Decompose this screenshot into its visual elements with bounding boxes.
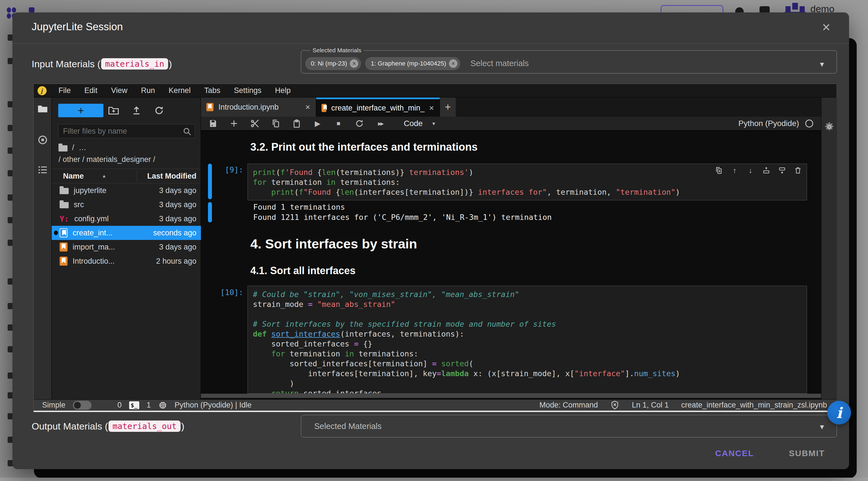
file-row-config-yml[interactable]: Y:config.yml3 days ago: [52, 212, 201, 226]
terminals-count[interactable]: 0: [118, 401, 122, 410]
stop-kernel-icon[interactable]: ■: [334, 119, 343, 128]
menu-file[interactable]: File: [52, 86, 78, 95]
sort-ascending-icon[interactable]: ▲: [102, 174, 106, 179]
menu-tabs[interactable]: Tabs: [197, 86, 227, 95]
file-list: jupyterlite3 days agosrc3 days agoY:conf…: [52, 183, 201, 268]
stop-icon: ■: [337, 120, 340, 127]
filebrowser-panel: + / …: [52, 97, 201, 399]
code-line: # Sort interfaces by the specified strai…: [253, 319, 802, 329]
tab-close-icon[interactable]: ×: [429, 103, 434, 113]
kernels-count[interactable]: 1: [147, 401, 151, 410]
new-tab-button[interactable]: +: [440, 97, 456, 117]
refresh-icon[interactable]: [154, 106, 164, 116]
table-of-contents-icon[interactable]: [38, 165, 48, 174]
materials-out-chip: materials_out: [108, 421, 181, 432]
column-divider: [136, 170, 137, 182]
file-row-introductio-[interactable]: Introductio...2 hours ago: [52, 254, 201, 268]
notebook-content: 3.2. Print out the interfaces and termin…: [201, 131, 821, 399]
insert-cell-above-icon[interactable]: [762, 166, 771, 175]
material-chip[interactable]: 0: Ni (mp-23)×: [305, 57, 361, 70]
column-last-modified[interactable]: Last Modified: [147, 172, 196, 181]
cell-type-dropdown[interactable]: Code ▾: [404, 119, 435, 128]
notebook-main-area: Introduction.ipynb×create_interface_with…: [201, 97, 821, 399]
output-materials-label: Output Materials ( materials_out ): [32, 417, 185, 435]
chip-remove-icon[interactable]: ×: [350, 59, 358, 68]
tab-close-icon[interactable]: ×: [305, 102, 310, 112]
selected-materials-field[interactable]: Selected Materials 0: Ni (mp-23)×1: Grap…: [301, 47, 837, 73]
breadcrumb-root[interactable]: /: [72, 143, 74, 152]
restart-kernel-icon[interactable]: [354, 119, 364, 128]
select-materials-placeholder: Select materials: [470, 59, 529, 68]
duplicate-cell-icon[interactable]: [715, 166, 723, 175]
file-row-src[interactable]: src3 days ago: [52, 198, 201, 212]
simple-mode-toggle[interactable]: [73, 401, 92, 410]
column-name[interactable]: Name: [63, 172, 84, 181]
notebook-file-icon: [60, 257, 67, 266]
code-line: print(f"Found {len(interfaces[terminatio…: [253, 187, 802, 197]
code-cell-10[interactable]: # Could be "strain", "von_mises_strain",…: [248, 286, 807, 394]
move-cell-down-icon[interactable]: ↓: [746, 166, 755, 175]
info-button[interactable]: i: [827, 401, 851, 424]
copy-cells-icon[interactable]: [271, 119, 281, 128]
close-icon[interactable]: ×: [818, 19, 835, 36]
breadcrumb-ellipsis[interactable]: …: [79, 143, 87, 152]
dropdown-caret-icon[interactable]: ▼: [818, 60, 825, 68]
filter-files-input[interactable]: [59, 124, 195, 138]
horizontal-scrollbar[interactable]: [201, 394, 821, 398]
code-line: strain_mode = "mean_abs_strain": [253, 299, 802, 309]
cursor-position[interactable]: Ln 1, Col 1: [632, 401, 669, 410]
code-line: for termination in terminations:: [253, 177, 802, 187]
delete-cell-icon[interactable]: [794, 166, 802, 175]
paste-cells-icon[interactable]: [292, 119, 302, 128]
mode-indicator[interactable]: Mode: Command: [539, 401, 598, 410]
cut-cells-icon[interactable]: [250, 119, 260, 128]
cancel-button[interactable]: CANCEL: [709, 445, 760, 461]
file-row-create-int-[interactable]: create_int...seconds ago: [52, 226, 201, 240]
file-browser-tab-icon[interactable]: [38, 104, 48, 113]
save-icon[interactable]: [208, 119, 218, 128]
material-chip[interactable]: 1: Graphene (mp-1040425)×: [365, 57, 460, 70]
menu-edit[interactable]: Edit: [78, 86, 104, 95]
file-name: src: [74, 200, 84, 209]
output-indicator[interactable]: [208, 202, 212, 222]
notebook-file-icon: [60, 242, 67, 251]
code-cell-9[interactable]: ↑ ↓ print(f'Found {len: [248, 163, 807, 200]
output-label-prefix: Output Materials (: [32, 421, 108, 432]
new-folder-icon[interactable]: [108, 106, 119, 115]
open-file-dot: [54, 231, 58, 235]
notebook-file-icon: [321, 104, 327, 112]
insert-cell-below-icon[interactable]: [778, 166, 786, 175]
breadcrumb-path[interactable]: / other / materials_designer /: [59, 155, 155, 164]
menu-view[interactable]: View: [104, 86, 134, 95]
move-cell-up-icon[interactable]: ↑: [731, 166, 739, 175]
code-line: sorted_interfaces[termination] = sorted(: [253, 359, 802, 368]
menu-help[interactable]: Help: [268, 86, 298, 95]
tab-introduction-ipynb[interactable]: Introduction.ipynb×: [201, 97, 316, 117]
notification-shield-icon[interactable]: [610, 400, 619, 410]
menu-run[interactable]: Run: [134, 86, 162, 95]
kernel-name[interactable]: Python (Pyodide): [738, 119, 799, 128]
insert-cell-icon[interactable]: [229, 119, 239, 128]
file-row-import-ma-[interactable]: import_ma...3 days ago: [52, 240, 201, 254]
header-divider: [12, 43, 849, 44]
submit-button[interactable]: SUBMIT: [783, 445, 831, 461]
kernel-status-icon[interactable]: [805, 120, 813, 127]
restart-run-all-icon[interactable]: ▶▶: [375, 119, 385, 128]
upload-icon[interactable]: [131, 106, 142, 116]
menu-kernel[interactable]: Kernel: [162, 86, 197, 95]
active-filename: create_interface_with_min_strain_zsl.ipy…: [681, 401, 827, 410]
run-cell-icon[interactable]: ▶: [313, 119, 322, 128]
new-launcher-button[interactable]: +: [58, 104, 103, 117]
property-inspector-gear-icon[interactable]: [824, 121, 835, 132]
kernel-status-text[interactable]: Python (Pyodide) | Idle: [175, 401, 252, 410]
background-bottom-strip: [0, 478, 868, 481]
menu-settings[interactable]: Settings: [227, 86, 269, 95]
material-chip-label: 1: Graphene (mp-1040425): [371, 60, 446, 67]
home-folder-icon[interactable]: [59, 145, 67, 151]
chip-remove-icon[interactable]: ×: [449, 59, 458, 68]
file-name: Introductio...: [73, 257, 115, 266]
file-row-jupyterlite[interactable]: jupyterlite3 days ago: [52, 183, 201, 198]
running-sessions-icon[interactable]: [38, 135, 48, 145]
output-materials-select[interactable]: Selected Materials ▼: [301, 415, 837, 438]
tab-create-interface-with-min-[interactable]: create_interface_with_min_×: [316, 97, 440, 117]
